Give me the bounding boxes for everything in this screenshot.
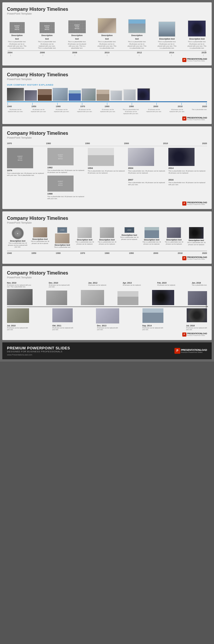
year-s4-1950: 1950 (31, 252, 36, 254)
label-s4-4: Description text (77, 239, 92, 241)
logo-name-5: PRESENTATIONLOAD (187, 332, 207, 335)
desc-apr2013: All phrases can be replaced. (123, 284, 141, 286)
desc-s4-5: This is a placeholder text. All phrases … (96, 241, 118, 245)
desc-s2-1990: This is a placeholder text. All phrases … (122, 109, 139, 115)
year-2012: 2012 (137, 51, 142, 54)
year-s3-1970: 1970 (7, 142, 12, 145)
logo-name-3: PRESENTATIONLOAD (187, 201, 207, 204)
logo-bar-1: P PRESENTATIONLOAD Premium PowerPoint Sl… (7, 58, 207, 62)
zig-top-row: Nov. 2010 All phrases can be replaced wi… (7, 282, 207, 288)
photo-1994 (88, 148, 114, 166)
year-s4-1990: 1990 (129, 252, 134, 254)
desc-small-5: This is a placeholder text. All phrases … (128, 41, 147, 49)
logo-s4-3: LOGO (57, 227, 67, 233)
photo-zig-4 (117, 291, 138, 305)
desc-s4-4: This is a placeholder text. All phrases … (74, 241, 95, 245)
desc-s4-8: This is a placeholder text. All phrases … (163, 241, 185, 245)
photo-s2-4 (53, 88, 68, 101)
label-s4-7: Description text (144, 239, 159, 241)
desc-s2-1970: All phrases can be replaced with your ow… (76, 109, 93, 115)
company-history-label: OUR COMPANY HISTORY EXPLAINED (7, 84, 207, 86)
timeline-item-2006: INSERTYOURIMAGE Description text This is… (38, 22, 56, 49)
photo-s2-2 (25, 90, 37, 101)
year-s2-1950: 1950 (31, 105, 36, 108)
image-placeholder-1: INSERTYOURIMAGE (10, 22, 25, 33)
slide-3-subtitle: PowerPoint Template (7, 136, 207, 139)
zig-item-sep2014: Sep. 2014 All phrases can be replaced wi… (142, 325, 164, 331)
year-row-2: 1940 1950 1960 1970 1980 1990 2000 2010 … (7, 105, 207, 108)
footer-designed: DESIGNED FOR BUSINESS PROFESSIONALS (7, 350, 70, 353)
date-jan2012: Jan. 2012 (88, 282, 97, 284)
desc-s2-1950: All phrases can be replaced with your ow… (30, 109, 47, 115)
label-s4-8: Description text (166, 239, 182, 241)
desc-2014: This is placeholder text. All phrases ca… (168, 170, 207, 174)
tick-1950 (32, 103, 33, 105)
photo-2016 (188, 20, 206, 37)
bottom-bar: PREMIUM POWERPOINT SLIDES DESIGNED FOR B… (2, 342, 212, 359)
footer-logo-icon: P (174, 348, 180, 354)
desc-s4-1: This is a placeholder text. All phrases … (7, 242, 28, 248)
year-s2-1990: 1990 (129, 105, 134, 108)
timeline-item-2016: Description text This is a placeholder t… (188, 20, 206, 49)
photo-2014 (158, 22, 175, 37)
year-s4-1940: 1940 (7, 252, 12, 254)
desc-label-4: Description (101, 34, 113, 37)
slide-5: Company History Timelines PowerPoint Tem… (2, 266, 212, 340)
year-s2-2000: 2000 (153, 105, 158, 108)
photo-zig-5 (152, 290, 174, 305)
year-s2-1980: 1980 (105, 105, 110, 108)
label-s4-9: Description text (189, 239, 204, 241)
desc-1982: This is placeholder text. All phrases ca… (47, 169, 86, 174)
s4-item-2: Description text This is a placeholder t… (29, 227, 51, 244)
year-label-2016: 2016 (168, 178, 207, 181)
desc-dec2010: All phrases can be replaced with your ow… (49, 284, 72, 288)
year-s3-2020: 2020 (202, 142, 207, 145)
desc-label-1b: text (15, 38, 19, 40)
desc-row-2: All phrases can be replaced with your ow… (7, 109, 207, 115)
desc-s2-1980: All phrases can be replaced with your ow… (99, 109, 116, 115)
photo-s2-3 (38, 89, 52, 101)
year-s4-2000: 2000 (153, 252, 158, 254)
photo-s4-9 (189, 227, 204, 239)
photo-2012 (128, 19, 146, 33)
slide-4-items: ★ Description text This is a placeholder… (7, 227, 207, 248)
date-jul2016: Jul. 2016 (186, 325, 207, 327)
desc-label-3: Description (72, 34, 83, 37)
presentation-load-logo-5: P PRESENTATIONLOAD Premium PowerPoint Sl… (182, 332, 207, 337)
desc-small-7: This is a placeholder text. All phrases … (188, 41, 206, 49)
slide-1-subtitle: PowerPoint Template (7, 12, 207, 15)
photo-s4-2 (33, 227, 47, 238)
year-s4-1970: 1970 (80, 252, 85, 254)
logo-sub-5: Premium PowerPoint Slides (187, 335, 207, 336)
s4-item-9: Description text This is a placeholder t… (186, 227, 207, 245)
zig-item-jul2010: Jul. 2010 All phrases can be replaced wi… (7, 325, 30, 331)
photo-zig-6 (188, 291, 207, 305)
center-timeline (7, 306, 207, 307)
year-label-2007: 2007 (128, 178, 167, 181)
photo-zig-b1 (7, 308, 29, 323)
desc-nov2010: All phrases can be replaced with your ow… (7, 284, 33, 288)
footer-website: www.PresentationLoad.com (7, 354, 70, 356)
photo-zig-3 (81, 290, 104, 305)
desc-jan2012: All phrases can be replaced. (88, 284, 106, 286)
logo-text-wrapper-4: PRESENTATIONLOAD Premium PowerPoint Slid… (187, 256, 207, 260)
desc-small-4: This is a placeholder text. All phrases … (97, 41, 116, 49)
label-s4-1: Description text (10, 240, 25, 242)
tick-1960 (57, 103, 58, 105)
timeline-line-1 (8, 50, 206, 51)
zig-item-jul2016: Jul. 2016 All phrases can be replaced wi… (186, 325, 207, 331)
date-nov2010: Nov. 2010 (7, 282, 16, 284)
year-2016: 2016 (201, 51, 206, 54)
logo-bar-2: P PRESENTATIONLOAD Premium PowerPoint Sl… (7, 116, 207, 121)
logo-text-wrapper-5: PRESENTATIONLOAD Premium PowerPoint Slid… (187, 332, 207, 336)
desc-label-2b: text (45, 38, 49, 40)
photo-2014 (168, 148, 195, 166)
s4-item-7: Description text This is a placeholder t… (141, 227, 163, 245)
year-s2-1940: 1940 (7, 105, 12, 108)
desc-1974: This is placeholder text. All phrases ca… (7, 172, 46, 176)
photo-s2-1 (7, 88, 24, 101)
date-okt2011: Okt. 2011 (52, 325, 75, 327)
photo-zig-b3 (96, 308, 119, 323)
year-s2-1970: 1970 (80, 105, 85, 108)
desc-s4-6: This is a placeholder text. All phrases … (119, 236, 140, 240)
